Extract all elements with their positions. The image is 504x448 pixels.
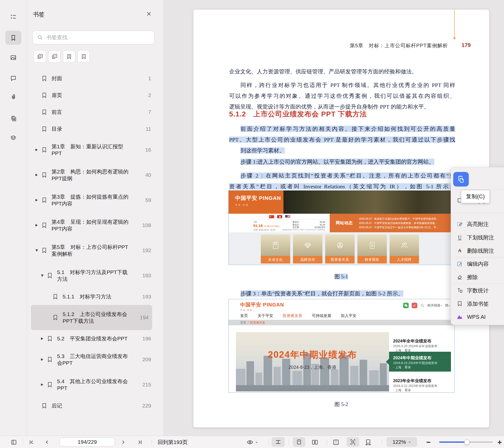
first-page-button[interactable] [28,436,35,448]
bookmark-item-ch4[interactable]: 第4章 呈现：如何呈现有逻辑的PPT内容 108 [31,213,155,238]
bookmark-label: 第2章 构思：如何构思有逻辑的PPT提纲 [52,168,132,182]
pdf-page: 第5章 对标：上市公司标杆PPT案例解析 179 企业文化、人力资源管理、供应链… [193,10,489,427]
images-panel-icon[interactable] [5,51,21,65]
bookmark-icon [47,381,53,388]
chevron-down-icon[interactable] [41,275,44,277]
layers-panel-icon[interactable] [5,131,21,145]
chevron-right-icon[interactable] [41,337,43,340]
weibo-icon [412,303,417,308]
bookmark-item-preface[interactable]: 前言 7 [31,104,155,120]
chevron-right-icon[interactable] [35,199,38,201]
ai-annotation-list-icon[interactable] [5,10,21,24]
two-page-view-button[interactable] [311,436,318,448]
chevron-right-icon[interactable] [41,358,43,361]
menu-item-edit-content[interactable]: 编辑内容 [451,258,504,270]
people-icon [400,241,409,250]
bookmark-item-5-1-2-selected[interactable]: 5.1.2 上市公司业绩发布会PPT下载方法 194 [31,305,152,330]
bookmark-page: 7 [148,109,151,115]
bookmark-search-input[interactable]: 书签查找 [33,31,154,44]
category-tiles: 企业文化 品牌活动 投资者关系 财务报告 人才招聘 [229,232,451,265]
bookmark-icon [41,147,48,153]
bookmark-item-cover[interactable]: 封面 1 [31,70,155,87]
chevron-right-icon[interactable] [35,174,38,176]
bookmark-label: 5.1.1 对标学习方法 [63,293,132,300]
previous-page-button[interactable] [44,436,50,448]
chevron-right-icon[interactable] [35,224,38,227]
single-page-view-button[interactable] [293,437,305,447]
menu-item-erase[interactable]: 擦除 [451,271,504,283]
copy-button[interactable] [453,172,469,187]
bookmark-item-ch5[interactable]: 第5章 对标：上市公司标杆PPT案例解析 192 [31,238,155,263]
menu-item-highlight-annotation[interactable]: 高亮附注 [451,218,504,230]
network-icon [335,241,345,250]
bookmark-item-toc[interactable]: 目录 11 [31,120,155,137]
site-nav: 首页 关于平安 投资者关系 可持续发展 加入平安 [229,312,454,320]
nav-home: 首页 [240,313,248,319]
bookmark-item-ch1[interactable]: 第1章 新知：重新认识汇报型PPT 16 [31,137,155,162]
bookmark-item-title-page[interactable]: 扉页 2 [31,87,155,104]
bookmark-label: 5.1.2 上市公司业绩发布会PPT下载方法 [63,311,132,324]
figure-5-2-investor-relations-page: 中国平安 PINGAN 专业·价值 相关链接▾ 简▾ 首页 关于平安 投资者关系… [228,299,455,393]
bookmark-item-ch2[interactable]: 第2章 构思：如何构思有逻辑的PPT提纲 40 [31,162,155,188]
chevron-down-icon[interactable] [35,249,38,252]
attachments-panel-icon[interactable] [5,90,21,104]
next-page-button[interactable] [120,436,126,448]
remove-bookmark-button[interactable] [77,50,90,63]
highlighted-text-line: 步骤 2：在网站主页找到“投资者关系”栏目。注意，所有的上市公司都有“投 [229,170,455,181]
word-count-icon [456,287,463,294]
underline-icon: U [456,234,463,241]
bookmark-item-5-4[interactable]: 5.4 其他上市公司业绩发布会PPT 215 [31,372,155,397]
zoom-out-button[interactable]: − [426,436,431,448]
continuous-scroll-button[interactable] [272,437,285,447]
bookmark-item-5-3[interactable]: 5.3 三大电信运营商业绩发布会PPT 209 [31,347,155,372]
zoom-in-button[interactable]: + [497,436,502,448]
edit-icon [456,260,463,267]
chevron-right-icon[interactable] [41,383,43,386]
bookmark-item-ch3[interactable]: 第3章 提炼：如何提炼有重点的PPT内容 59 [31,188,155,213]
bookmark-item-5-2[interactable]: 5.2 平安集团业绩发布会PPT 196 [31,330,155,347]
back-to-page-link[interactable]: 回到第193页 [158,436,188,448]
add-bookmark-button[interactable] [63,50,75,63]
highlighted-text-line: 到这些学习素材。 [229,145,455,156]
zoom-level-dropdown[interactable]: 122% [387,437,417,447]
tile-investor-relations: 投资者关系 [325,235,355,265]
tile-financial-reports: 财务报告 [357,235,387,265]
collapse-all-bookmarks-button[interactable] [48,50,61,63]
menu-item-underline-annotation[interactable]: U 下划线附注 [451,232,504,243]
chevron-down-icon [255,440,258,444]
view-mode-button[interactable] [246,436,258,448]
nav-join: 加入平安 [341,313,356,319]
expand-all-bookmarks-button[interactable] [34,50,46,63]
bookmark-label: 扉页 [52,92,132,99]
close-icon[interactable] [145,10,153,18]
toggle-sidebar-button[interactable] [11,436,17,448]
fit-width-button[interactable] [332,436,340,448]
bookmark-item-5-1[interactable]: 5.1 对标学习方法及PPT下载方法 193 [31,263,155,288]
menu-item-wps-ai[interactable]: WPS AI [451,311,504,323]
fit-visible-button[interactable] [365,436,372,448]
bookmark-label: 5.1 对标学习方法及PPT下载方法 [57,269,132,282]
last-page-button[interactable] [137,436,143,448]
body-text-line: 可以作为参考学习的对象。通过学习这些优秀案例，我们可以借鉴其在内容组织、 [229,91,455,101]
bookmark-page: 108 [142,222,151,228]
comments-panel-icon[interactable] [5,71,21,85]
nav-about: 关于平安 [258,313,273,319]
bookmark-item-afterword[interactable]: 后记 229 [31,397,155,414]
menu-item-add-bookmark[interactable]: 添加书签 [451,298,504,309]
news-item: 2025.05.07中国平安启动辽宁一饭店火灾事故预赔185.3万元，平... [359,225,442,230]
fit-page-button[interactable] [347,437,359,447]
menu-item-strikethrough-annotation[interactable]: A 删除线附注 [451,245,504,256]
bookmarks-panel-icon[interactable] [5,31,21,45]
export-to-word-icon[interactable] [5,111,21,125]
bookmark-page: 209 [142,356,151,363]
menu-item-word-count[interactable]: 字数统计 [451,285,504,296]
zoom-slider-thumb[interactable] [464,439,470,445]
header-divider-line [454,10,455,38]
bookmarks-panel-title: 书签 [33,11,45,18]
bookmark-label: 第5章 对标：上市公司标杆PPT案例解析 [52,244,132,257]
chevron-right-icon[interactable] [35,149,38,151]
bottom-toolbar: 194/229 回到第193页 [0,436,504,448]
page-number-input[interactable]: 194/229 [60,437,115,446]
bookmark-label: 第3章 提炼：如何提炼有重点的PPT内容 [52,193,132,207]
bookmark-item-5-1-1[interactable]: 5.1.1 对标学习方法 193 [31,288,155,305]
